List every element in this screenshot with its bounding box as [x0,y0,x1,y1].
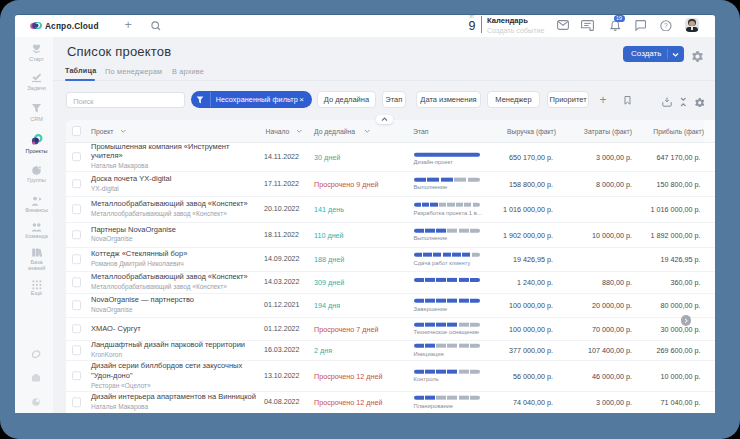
svg-text:?: ? [664,22,668,29]
